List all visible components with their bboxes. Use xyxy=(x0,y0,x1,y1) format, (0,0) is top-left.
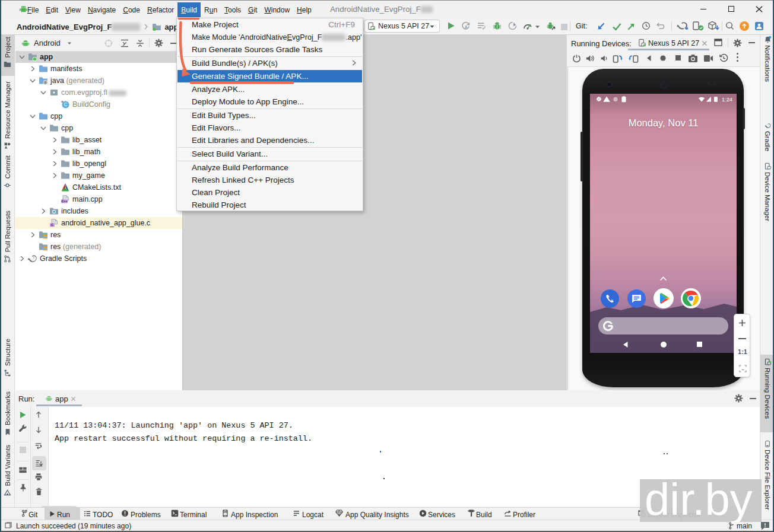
svg-text:C: C xyxy=(64,101,67,107)
svg-text:C: C xyxy=(51,223,53,227)
svg-text:C++: C++ xyxy=(61,199,67,203)
svg-text:A: A xyxy=(465,25,468,29)
svg-text:1:24: 1:24 xyxy=(722,97,732,103)
